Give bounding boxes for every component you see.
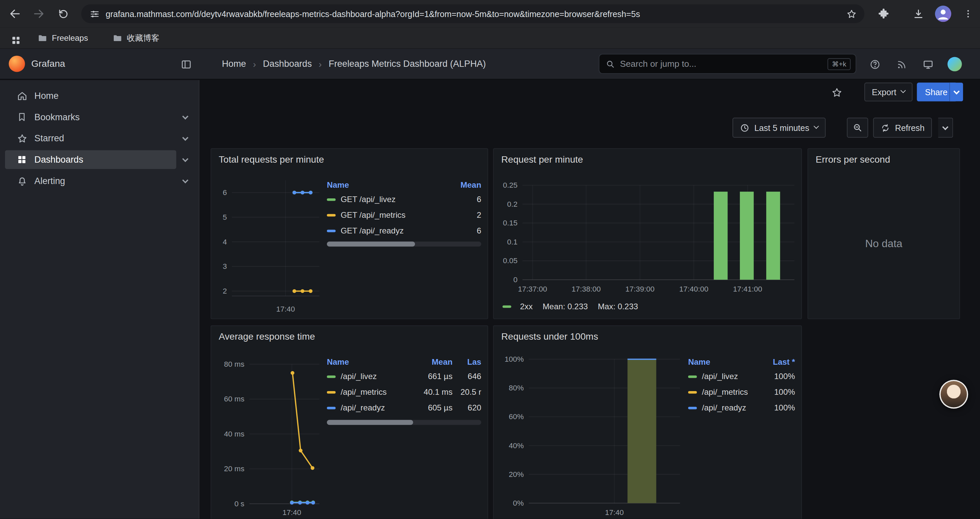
- legend-scrollbar[interactable]: [327, 241, 481, 246]
- browser-profile-avatar[interactable]: [935, 6, 951, 22]
- back-icon[interactable]: [7, 6, 22, 21]
- refresh-icon: [881, 123, 890, 132]
- panel-errors-per-second: Errors per second No data: [808, 148, 960, 319]
- share-dropdown-button[interactable]: [949, 83, 963, 101]
- svg-text:0 s: 0 s: [234, 500, 245, 508]
- svg-text:17:37:00: 17:37:00: [518, 285, 547, 293]
- home-icon: [17, 91, 28, 101]
- bookmark-freeleaps[interactable]: Freeleaps: [37, 27, 88, 48]
- breadcrumb-current: Freeleaps Metrics Dashboard (ALPHA): [329, 59, 486, 69]
- apps-grid-icon[interactable]: [8, 32, 23, 48]
- sidebar-item-dashboards[interactable]: Dashboards: [0, 149, 199, 170]
- panel-requests-under-100ms: Requests under 100ms 100%80%60%40%20%0%1…: [493, 325, 802, 519]
- average-response-chart: 80 ms60 ms40 ms20 ms0 s17:40: [216, 354, 323, 519]
- chevron-down-icon: [953, 88, 960, 94]
- svg-text:17:39:00: 17:39:00: [625, 285, 654, 293]
- site-info-icon[interactable]: [90, 9, 99, 18]
- bookmark-icon: [17, 112, 28, 122]
- legend-scrollbar[interactable]: [327, 420, 481, 425]
- svg-text:60 ms: 60 ms: [224, 395, 244, 403]
- chevron-down-icon[interactable]: [182, 134, 188, 141]
- grafana-logo[interactable]: [9, 56, 25, 72]
- svg-text:17:40:00: 17:40:00: [679, 285, 708, 293]
- sidebar-item-alerting[interactable]: Alerting: [0, 170, 199, 192]
- chevron-down-icon: [813, 124, 819, 129]
- svg-text:3: 3: [223, 262, 227, 270]
- svg-text:20 ms: 20 ms: [224, 465, 244, 473]
- folder-icon: [37, 33, 48, 43]
- legend-table: NameMeanGET /api/_livez6GET /api/_metric…: [327, 178, 481, 238]
- search-shortcut: ⌘+k: [827, 58, 851, 70]
- search-box[interactable]: ⌘+k: [599, 54, 856, 74]
- zoom-out-button[interactable]: [847, 118, 868, 137]
- url-input[interactable]: [106, 9, 846, 18]
- forward-icon[interactable]: [31, 6, 46, 21]
- help-icon[interactable]: [869, 58, 881, 70]
- panel-title[interactable]: Requests under 100ms: [501, 331, 598, 342]
- breadcrumb-separator: ›: [318, 58, 321, 69]
- svg-text:2: 2: [223, 287, 227, 295]
- svg-text:80%: 80%: [509, 384, 524, 392]
- refresh-interval-dropdown[interactable]: [938, 118, 953, 137]
- svg-text:60%: 60%: [509, 412, 524, 421]
- sidebar-item-home[interactable]: Home: [0, 85, 199, 107]
- svg-text:5: 5: [223, 213, 227, 222]
- svg-text:17:40: 17:40: [605, 508, 624, 517]
- chevron-down-icon[interactable]: [182, 177, 188, 184]
- chevron-down-icon: [942, 124, 949, 130]
- bookmark-favorites-blog[interactable]: 收藏博客: [112, 27, 159, 48]
- panel-title[interactable]: Total requests per minute: [219, 154, 324, 164]
- svg-text:0: 0: [513, 276, 518, 284]
- url-bar[interactable]: [81, 4, 865, 23]
- svg-text:0.05: 0.05: [503, 257, 518, 265]
- panel-title[interactable]: Errors per second: [816, 154, 890, 164]
- kiosk-monitor-icon[interactable]: [922, 58, 934, 70]
- grafana-sidebar: Home Bookmarks Starred Dashboards Alerti…: [0, 80, 199, 519]
- request-per-minute-chart: 0.250.20.150.10.05017:37:0017:38:0017:39…: [499, 174, 797, 299]
- reload-icon[interactable]: [56, 6, 71, 21]
- bell-icon: [17, 176, 28, 186]
- extensions-icon[interactable]: [876, 6, 891, 21]
- svg-text:0.25: 0.25: [503, 181, 518, 189]
- floating-profile-avatar[interactable]: [939, 380, 968, 409]
- panel-total-requests: Total requests per minute 6543217:40 Nam…: [210, 148, 488, 319]
- panel-title[interactable]: Average response time: [219, 331, 315, 342]
- svg-text:4: 4: [223, 238, 227, 246]
- svg-text:17:41:00: 17:41:00: [733, 285, 762, 293]
- browser-menu-icon[interactable]: [961, 6, 976, 21]
- svg-text:6: 6: [223, 188, 227, 197]
- breadcrumb: Home › Dashboards › Freeleaps Metrics Da…: [222, 49, 486, 79]
- chevron-down-icon[interactable]: [182, 113, 188, 119]
- svg-text:0.15: 0.15: [503, 219, 518, 227]
- search-input[interactable]: [620, 59, 827, 69]
- svg-text:0.1: 0.1: [507, 238, 517, 246]
- sidebar-item-starred[interactable]: Starred: [0, 128, 199, 149]
- favorite-star-icon[interactable]: [831, 87, 843, 98]
- star-icon: [17, 133, 28, 144]
- breadcrumb-separator: ›: [253, 58, 256, 69]
- bookmarks-bar: Freeleaps 收藏博客: [0, 27, 980, 49]
- time-range-picker[interactable]: Last 5 minutes: [732, 118, 826, 137]
- sidebar-toggle-icon[interactable]: [180, 58, 192, 70]
- bookmark-star-icon[interactable]: [846, 8, 857, 19]
- download-icon[interactable]: [911, 6, 926, 21]
- panel-title[interactable]: Request per minute: [501, 154, 583, 164]
- bookmark-label: 收藏博客: [127, 32, 159, 43]
- legend-table: NameMeanLas/api/_livez661 µs646/api/_met…: [327, 355, 481, 415]
- panel-average-response-time: Average response time 80 ms60 ms40 ms20 …: [210, 325, 488, 519]
- sidebar-item-bookmarks[interactable]: Bookmarks: [0, 107, 199, 128]
- news-icon[interactable]: [895, 58, 907, 70]
- grafana-header: Grafana Home › Dashboards › Freeleaps Me…: [0, 49, 980, 80]
- refresh-button[interactable]: Refresh: [873, 118, 932, 137]
- browser-toolbar: [0, 0, 980, 27]
- svg-text:100%: 100%: [505, 355, 524, 363]
- user-avatar[interactable]: [948, 57, 962, 72]
- chevron-down-icon[interactable]: [182, 156, 188, 162]
- export-button[interactable]: Export: [864, 83, 912, 101]
- bookmark-label: Freeleaps: [52, 33, 88, 42]
- screen: Freeleaps 收藏博客 Grafana Home › Dashboards…: [0, 0, 980, 519]
- search-icon: [606, 59, 615, 69]
- breadcrumb-dashboards[interactable]: Dashboards: [263, 59, 312, 69]
- breadcrumb-home[interactable]: Home: [222, 59, 246, 69]
- svg-text:17:38:00: 17:38:00: [571, 285, 600, 293]
